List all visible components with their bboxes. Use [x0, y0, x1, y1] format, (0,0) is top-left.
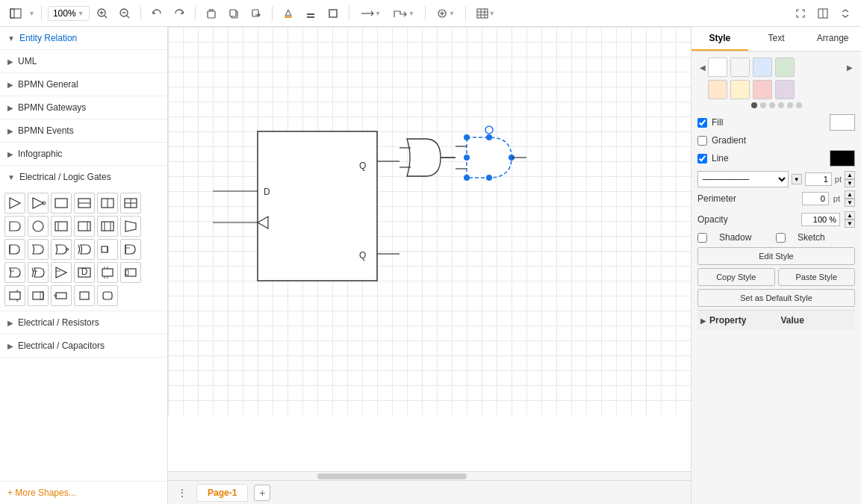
color-swatch-yellow[interactable]	[730, 80, 750, 99]
shape-ic2[interactable]	[120, 262, 141, 283]
shape-ic3[interactable]	[4, 285, 25, 306]
shape-box1[interactable]	[51, 193, 72, 214]
shape-box4[interactable]	[120, 193, 141, 214]
dot-6[interactable]	[796, 102, 802, 108]
shape-ic5[interactable]	[51, 285, 72, 306]
color-swatch-orange[interactable]	[708, 80, 727, 99]
shape-xnor[interactable]	[97, 239, 118, 260]
paste-from-page-btn[interactable]	[246, 4, 266, 23]
line-color-btn[interactable]	[301, 4, 320, 23]
shape-gate5[interactable]	[4, 262, 25, 283]
fill-checkbox[interactable]	[697, 118, 707, 128]
fullscreen-btn[interactable]	[791, 4, 810, 23]
canvas-scrollbar[interactable]	[168, 471, 691, 480]
edit-style-button[interactable]: Edit Style	[697, 247, 855, 265]
outline-btn[interactable]	[323, 4, 343, 23]
sidebar-section-header-bpmn-general[interactable]: ▶ BPMN General	[0, 73, 167, 96]
line-checkbox[interactable]	[697, 154, 707, 164]
shape-or[interactable]	[51, 239, 72, 260]
add-shape-btn[interactable]: ▼	[432, 4, 459, 23]
shape-gate7[interactable]	[51, 262, 72, 283]
table-btn[interactable]: ▼	[472, 4, 500, 23]
canvas-scroll[interactable]: D Q Q	[168, 27, 691, 471]
sketch-checkbox[interactable]	[776, 233, 786, 243]
opacity-down[interactable]: ▼	[845, 220, 855, 228]
line-width-input[interactable]	[805, 172, 832, 186]
shape-xor[interactable]	[74, 239, 95, 260]
dot-5[interactable]	[787, 102, 793, 108]
line-style-dropdown[interactable]: ▼	[792, 174, 802, 184]
dot-1[interactable]	[751, 102, 757, 108]
shape-mux1[interactable]	[51, 216, 72, 237]
color-swatch-pink[interactable]	[753, 80, 772, 99]
fill-color-picker[interactable]	[830, 114, 855, 131]
delete-btn[interactable]	[202, 4, 221, 23]
shape-mux3[interactable]	[97, 216, 118, 237]
line-width-up[interactable]: ▲	[845, 171, 855, 179]
shape-ic7[interactable]	[97, 285, 118, 306]
dot-3[interactable]	[769, 102, 775, 108]
shape-gate4[interactable]	[120, 239, 141, 260]
canvas[interactable]: D Q Q	[168, 27, 691, 415]
undo-btn[interactable]	[147, 4, 167, 23]
shadow-checkbox[interactable]	[697, 233, 707, 243]
shape-ic1[interactable]	[97, 262, 118, 283]
opacity-input[interactable]	[801, 213, 840, 226]
shape-mux4[interactable]	[120, 216, 141, 237]
opacity-up[interactable]: ▲	[845, 211, 855, 220]
shape-and-gate[interactable]	[4, 216, 25, 237]
sidebar-section-header-electrical-capacitors[interactable]: ▶ Electrical / Capacitors	[0, 335, 167, 357]
fill-color-btn[interactable]	[279, 4, 298, 23]
color-prev-btn[interactable]: ◀	[697, 62, 708, 72]
zoom-out-btn[interactable]	[115, 4, 134, 23]
color-next-btn[interactable]: ▶	[845, 62, 855, 72]
sidebar-section-header-infographic[interactable]: ▶ Infographic	[0, 143, 167, 165]
redo-btn[interactable]	[170, 4, 189, 23]
line-style-select[interactable]: ──────── - - - - - · · · · ·	[697, 171, 789, 187]
add-page-btn[interactable]: +	[254, 485, 270, 501]
copy-to-page-btn[interactable]	[224, 4, 243, 23]
more-shapes-link[interactable]: + More Shapes...	[7, 488, 76, 498]
paste-style-button[interactable]: Paste Style	[778, 268, 856, 286]
gradient-checkbox[interactable]	[697, 136, 707, 146]
perimeter-up[interactable]: ▲	[845, 190, 855, 199]
tab-arrange[interactable]: Arrange	[804, 27, 861, 51]
perimeter-down[interactable]: ▼	[845, 199, 855, 207]
shape-ic6[interactable]	[74, 285, 95, 306]
perimeter-input[interactable]	[802, 192, 829, 205]
shape-circle-gate[interactable]	[28, 216, 49, 237]
split-view-btn[interactable]	[813, 4, 833, 23]
right-panel-scroll[interactable]: ◀ ▶	[691, 52, 861, 504]
shape-nor[interactable]	[28, 239, 49, 260]
zoom-control[interactable]: 100% ▼	[48, 6, 90, 21]
copy-style-button[interactable]: Copy Style	[697, 268, 775, 286]
set-default-style-button[interactable]: Set as Default Style	[697, 289, 855, 307]
page-tab-1[interactable]: Page-1	[196, 484, 248, 502]
color-swatch-white[interactable]	[708, 57, 727, 77]
sidebar-section-header-electrical-resistors[interactable]: ▶ Electrical / Resistors	[0, 311, 167, 334]
sidebar-section-header-electrical-logic[interactable]: ▼ Electrical / Logic Gates	[0, 166, 167, 188]
sidebar-section-header-entity-relation[interactable]: ▼ Entity Relation	[0, 27, 167, 49]
connection-style-btn[interactable]: ▼	[355, 4, 386, 23]
dot-2[interactable]	[760, 102, 766, 108]
shape-nand[interactable]	[4, 239, 25, 260]
color-swatch-blue[interactable]	[753, 57, 772, 77]
line-width-down[interactable]: ▼	[845, 179, 855, 187]
color-swatch-gray[interactable]	[730, 57, 750, 77]
waypoint-btn[interactable]: ▼	[388, 4, 419, 23]
sidebar-section-header-uml[interactable]: ▶ UML	[0, 50, 167, 72]
shape-buffer[interactable]	[4, 193, 25, 214]
dot-4[interactable]	[778, 102, 784, 108]
sidebar-toggle-btn[interactable]	[6, 4, 25, 23]
shape-mux2[interactable]	[74, 216, 95, 237]
sidebar-section-header-bpmn-gateways[interactable]: ▶ BPMN Gateways	[0, 96, 167, 119]
shape-box3[interactable]	[97, 193, 118, 214]
shape-gate8[interactable]: D	[74, 262, 95, 283]
collapse-btn[interactable]	[836, 4, 855, 23]
color-swatch-green[interactable]	[775, 57, 795, 77]
sidebar-scroll[interactable]: ▼ Entity Relation ▶ UML ▶ BPMN General	[0, 27, 167, 481]
shape-box2[interactable]	[74, 193, 95, 214]
shape-gate6[interactable]	[28, 262, 49, 283]
zoom-in-btn[interactable]	[93, 4, 112, 23]
property-section-header[interactable]: ▶ Property Value	[697, 310, 855, 330]
